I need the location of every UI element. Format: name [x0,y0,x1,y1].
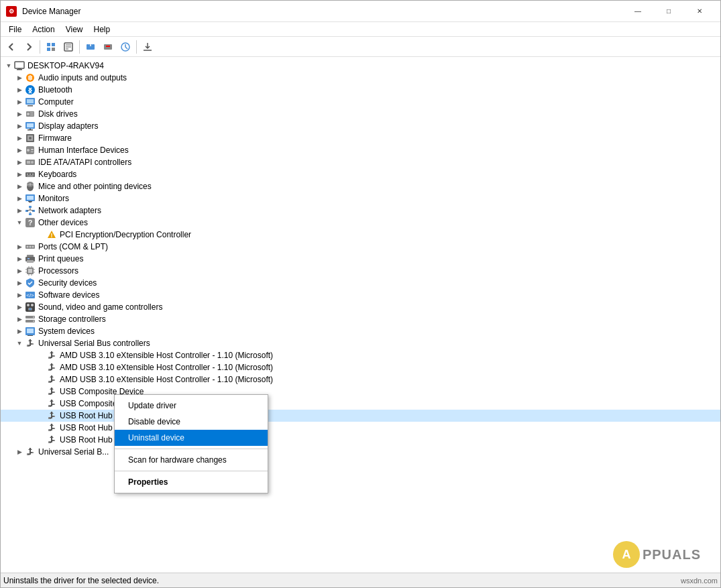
tree-item-usbcomp2[interactable]: USB Composite Device [1,398,720,410]
expand-usb[interactable]: ▼ [14,338,25,349]
tree-item-amd1[interactable]: AMD USB 3.10 eXtensible Host Controller … [1,349,720,361]
menu-file[interactable]: File [3,23,27,36]
expand-audio[interactable]: ▶ [14,72,25,83]
tree-item-ports[interactable]: ▶ Ports (COM & LPT) [1,241,720,253]
expand-security[interactable]: ▶ [14,278,25,288]
system-label: System devices [38,327,95,336]
context-menu: Update driver Disable device Uninstall d… [114,394,268,493]
device-tree[interactable]: ▼ DESKTOP-4RAKV94 ▶ Audio inputs and out… [1,57,720,573]
tree-item-keyboard[interactable]: ▶ Keyboards [1,168,720,180]
expand-bluetooth[interactable]: ▶ [14,84,25,95]
expand-processors[interactable]: ▶ [14,266,25,276]
tree-item-amd2[interactable]: AMD USB 3.10 eXtensible Host Controller … [1,361,720,373]
svg-point-88 [31,304,34,306]
close-button[interactable]: ✕ [684,1,715,22]
expand-monitors[interactable]: ▶ [14,193,25,204]
tree-item-processors[interactable]: ▶ Processors [1,265,720,277]
tree-item-ide[interactable]: ▶ IDE ATA/ATAPI controllers [1,156,720,168]
expand-computer[interactable]: ▶ [14,97,25,107]
expand-mice[interactable]: ▶ [14,181,25,192]
menu-help[interactable]: Help [89,23,116,36]
usb-comp2-icon [46,398,57,409]
tree-item-storage[interactable]: ▶ Storage controllers [1,313,720,325]
expand-other[interactable]: ▼ [14,217,25,228]
tree-item-other[interactable]: ▼ ? Other devices [1,217,720,229]
computer2-icon [25,97,36,107]
forward-button[interactable] [21,39,37,55]
tree-item-sound[interactable]: ▶ Sound, video and game controllers [1,301,720,313]
tree-item-disk[interactable]: ▶ Disk drives [1,108,720,120]
expand-disk[interactable]: ▶ [14,109,25,119]
tree-item-display[interactable]: ▶ Display adapters [1,120,720,132]
tree-item-hid[interactable]: ▶ Human Interface Devices [1,144,720,156]
expand-usb2[interactable]: ▶ [14,447,25,457]
expand-hid[interactable]: ▶ [14,145,25,156]
svg-rect-43 [30,174,31,175]
tree-item-pci[interactable]: ▶ ! PCI Encryption/Decryption Controller [1,229,720,241]
status-right-text: wsxdn.com [681,577,718,585]
tree-item-usbroot1[interactable]: USB Root Hub [1,410,720,422]
expand-network[interactable]: ▶ [14,205,25,216]
expand-software[interactable]: ▶ [14,290,25,300]
tree-item-mice[interactable]: ▶ Mice and other pointing devices [1,180,720,192]
show-devices-button[interactable] [43,39,59,55]
tree-item-bluetooth[interactable]: ▶ Bluetooth [1,84,720,96]
expand-ide[interactable]: ▶ [14,157,25,168]
expand-root[interactable]: ▼ [3,60,14,71]
tree-item-usbroot2[interactable]: USB Root Hub [1,422,720,434]
tree-item-usb2[interactable]: ▶ Universal Serial B... [1,446,720,458]
tree-item-usb[interactable]: ▼ Universal Serial Bus controllers [1,337,720,349]
ctx-update-driver[interactable]: Update driver [115,398,268,414]
uninstall-toolbar-button[interactable] [100,39,116,55]
svg-point-94 [33,320,34,322]
tree-item-amd3[interactable]: AMD USB 3.10 eXtensible Host Controller … [1,373,720,386]
tree-item-monitors[interactable]: ▶ Monitors [1,192,720,204]
expand-display[interactable]: ▶ [14,121,25,131]
usb-root3-icon [46,434,57,445]
expand-printq[interactable]: ▶ [14,253,25,264]
ctx-scan-hardware[interactable]: Scan for hardware changes [115,452,268,468]
computer-label: Computer [38,97,74,107]
tree-item-printq[interactable]: ▶ Print queues [1,253,720,265]
tree-item-audio[interactable]: ▶ Audio inputs and outputs [1,72,720,84]
expand-keyboard[interactable]: ▶ [14,169,25,180]
display-label: Display adapters [38,121,98,131]
tree-item-system[interactable]: ▶ System devices [1,325,720,337]
tree-item-computer[interactable]: ▶ Computer [1,96,720,108]
scan-toolbar-button[interactable] [117,39,133,55]
menu-view[interactable]: View [60,23,89,36]
menu-action[interactable]: Action [27,23,60,36]
back-button[interactable] [3,39,19,55]
svg-point-40 [31,161,34,164]
tree-item-security[interactable]: ▶ Security devices [1,277,720,289]
tree-item-usbcomp1[interactable]: USB Composite Device [1,386,720,398]
svg-rect-72 [27,260,34,263]
svg-rect-54 [29,206,32,208]
expand-firmware[interactable]: ▶ [14,133,25,143]
keyboard-label: Keyboards [38,170,76,179]
download-button[interactable] [140,39,156,55]
expand-system[interactable]: ▶ [14,326,25,337]
maximize-button[interactable]: □ [653,1,684,22]
expand-ports[interactable]: ▶ [14,241,25,252]
svg-rect-25 [30,113,34,113]
svg-rect-15 [15,62,24,68]
svg-point-87 [27,304,30,306]
properties-button[interactable] [60,39,76,55]
ctx-properties[interactable]: Properties [115,474,268,490]
svg-rect-17 [18,68,21,69]
ctx-disable-device[interactable]: Disable device [115,414,268,430]
expand-sound[interactable]: ▶ [14,302,25,312]
ctx-uninstall-device[interactable]: Uninstall device [115,430,268,446]
sound-icon [25,302,36,312]
tree-item-software[interactable]: ▶ </> Software devices [1,289,720,301]
tree-item-root[interactable]: ▼ DESKTOP-4RAKV94 [1,60,720,72]
tree-item-network[interactable]: ▶ Network adapters [1,204,720,217]
tree-item-usbroot3[interactable]: USB Root Hub [1,434,720,446]
expand-storage[interactable]: ▶ [14,314,25,325]
tree-item-firmware[interactable]: ▶ Firmware [1,132,720,144]
update-driver-toolbar-button[interactable] [82,39,99,55]
minimize-button[interactable]: — [622,1,653,22]
usbroot3-label: USB Root Hub [60,435,113,445]
device-manager-window: ⚙ Device Manager — □ ✕ File Action View … [0,0,721,588]
